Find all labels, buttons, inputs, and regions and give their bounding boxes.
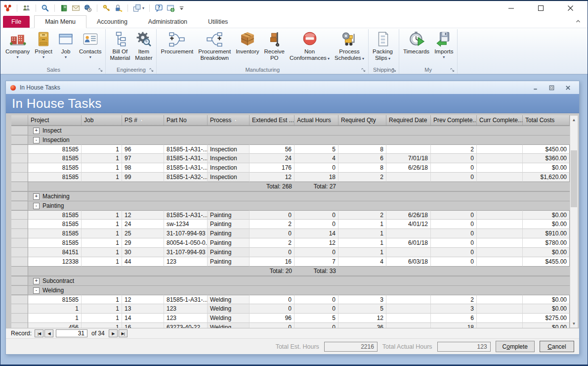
ribbon-item-bill-of-material[interactable]: Bill OfMaterial bbox=[107, 30, 132, 61]
column-header-total-costs[interactable]: Total Costs bbox=[523, 115, 570, 125]
tab-file[interactable]: File bbox=[3, 16, 30, 28]
table-row[interactable]: 8415113031-107-994-93Painting0010$0.00 bbox=[11, 248, 570, 257]
table-row[interactable]: 1113123Welding0053$0.00 bbox=[11, 304, 570, 314]
app-logo-icon[interactable] bbox=[3, 3, 12, 13]
cascade-windows-icon[interactable]: ▾ bbox=[133, 3, 144, 13]
table-row[interactable]: 8158512531-107-994-93Painting01410$910.0… bbox=[11, 229, 570, 238]
table-row[interactable]: 81585124sw-1234Painting2014/01/120$0.00 bbox=[11, 220, 570, 229]
ribbon-item-non-conformances[interactable]: NonConformances ▾ bbox=[287, 30, 332, 62]
ribbon-item-imports[interactable]: Imports▾ bbox=[432, 30, 456, 59]
scroll-up-icon[interactable]: ▲ bbox=[570, 116, 578, 124]
ribbon-item-job[interactable]: Job▾ bbox=[55, 30, 77, 59]
ribbon-item-procurement-breakdown[interactable]: ProcurementBreakdown bbox=[196, 30, 233, 61]
row-indicator bbox=[11, 136, 28, 144]
first-record-button[interactable]: |◀ bbox=[35, 329, 43, 337]
cell-part-no: sw-1234 bbox=[164, 220, 208, 229]
cell-extended-est: 0 bbox=[250, 295, 294, 304]
engineering-dialog-launcher[interactable] bbox=[149, 68, 154, 73]
collapse-ribbon-icon[interactable] bbox=[574, 17, 583, 25]
minimize-button[interactable] bbox=[504, 3, 517, 13]
ribbon-item-item-master[interactable]: ItemMaster bbox=[132, 30, 155, 61]
table-row[interactable]: 8158512980054-1-050-0...Painting21216/01… bbox=[11, 238, 570, 248]
tab-accounting[interactable]: Accounting bbox=[86, 16, 138, 28]
table-row[interactable]: 8158519881585-1-A31-...Inspection176086/… bbox=[11, 163, 570, 173]
tab-administration[interactable]: Administration bbox=[138, 16, 198, 28]
tab-main-menu[interactable]: Main Menu bbox=[34, 15, 86, 28]
expand-group-icon[interactable]: + bbox=[33, 278, 40, 284]
expand-group-icon[interactable]: + bbox=[33, 128, 40, 134]
sales-dialog-launcher[interactable] bbox=[98, 68, 103, 73]
ribbon-item-project[interactable]: Project▾ bbox=[32, 30, 55, 59]
ribbon-item-contacts[interactable]: Contacts▾ bbox=[77, 30, 104, 59]
column-header-job[interactable]: Job bbox=[82, 115, 122, 125]
ribbon-item-inventory[interactable]: Inventory bbox=[233, 30, 261, 55]
restore-button[interactable] bbox=[547, 84, 556, 91]
feedback-icon[interactable] bbox=[167, 3, 175, 13]
previous-record-button[interactable]: ◀ bbox=[44, 329, 53, 337]
company-icon bbox=[9, 31, 26, 47]
ribbon-item-timecards[interactable]: Timecards bbox=[401, 30, 432, 55]
table-row[interactable]: 45611663273-40-22Welding003618$0.00 bbox=[11, 323, 570, 328]
column-header-ps[interactable]: PS #▲ bbox=[122, 115, 164, 125]
column-header-required-qty[interactable]: Required Qty bbox=[338, 115, 386, 125]
maximize-button[interactable] bbox=[534, 3, 547, 13]
table-row[interactable]: 8158519781585-1-A31-...Inspection24467/0… bbox=[11, 154, 570, 163]
minimize-button[interactable] bbox=[531, 84, 540, 91]
record-number-input[interactable] bbox=[56, 329, 87, 337]
security-lock-icon[interactable] bbox=[114, 3, 123, 13]
cancel-button[interactable]: Cancel bbox=[540, 341, 574, 352]
column-header-curr-complete[interactable]: Curr Complete... bbox=[477, 115, 523, 125]
ribbon-item-process-schedules[interactable]: ProcessSchedules ▾ bbox=[332, 30, 367, 62]
scrollbar-thumb[interactable] bbox=[571, 150, 577, 207]
mail-icon[interactable] bbox=[72, 3, 80, 13]
table-row[interactable]: 8158519981585-1-A32-...Inspection121820$… bbox=[11, 173, 570, 182]
help-icon[interactable]: ? bbox=[155, 3, 163, 13]
totals-cell-part-no bbox=[164, 182, 208, 191]
key-icon[interactable] bbox=[102, 3, 111, 13]
complete-button[interactable]: Complete bbox=[496, 341, 535, 352]
ribbon-item-company[interactable]: Company▾ bbox=[3, 30, 32, 59]
table-row[interactable]: 8158519681585-1-A31-...Inspection56582$4… bbox=[11, 144, 570, 154]
group-label: Inspection bbox=[42, 137, 70, 143]
ribbon-item-packing-slips[interactable]: PackingSlips ▾ bbox=[370, 30, 395, 62]
tab-utilities[interactable]: Utilities bbox=[198, 16, 238, 28]
column-header-process[interactable]: Process▲ bbox=[208, 115, 250, 125]
collapse-group-icon[interactable]: - bbox=[33, 287, 40, 294]
column-header-prev-complete[interactable]: Prev Complete... bbox=[431, 115, 477, 125]
table-row[interactable]: 8158511281585-1-A31-...Painting0026/26/1… bbox=[11, 210, 570, 220]
column-header-part-no[interactable]: Part No bbox=[164, 115, 208, 125]
cell-total-costs: $450.00 bbox=[523, 144, 570, 154]
cell-part-no: 81585-1-A31-... bbox=[164, 295, 208, 304]
column-header-project[interactable]: Project bbox=[28, 115, 82, 125]
column-header-required-date[interactable]: Required Date bbox=[386, 115, 431, 125]
column-header-actual-hours[interactable]: Actual Hours bbox=[294, 115, 338, 125]
collapse-group-icon[interactable]: - bbox=[33, 137, 40, 143]
close-button[interactable] bbox=[563, 84, 572, 91]
expand-group-icon[interactable]: + bbox=[33, 193, 40, 200]
ribbon-item-procurement[interactable]: Procurement bbox=[158, 30, 196, 55]
community-icon[interactable] bbox=[22, 3, 31, 13]
my-dialog-launcher[interactable] bbox=[450, 68, 455, 73]
table-row[interactable]: 8158511281585-1-A31-...Welding0032$0.00 bbox=[11, 295, 570, 304]
cell-process: Welding bbox=[208, 314, 250, 323]
customize-quick-access-icon[interactable] bbox=[178, 3, 185, 13]
collapse-group-icon[interactable]: - bbox=[33, 203, 40, 209]
next-record-button[interactable]: ▶ bbox=[109, 329, 118, 337]
scroll-down-icon[interactable]: ▼ bbox=[570, 320, 578, 327]
journal-icon[interactable] bbox=[60, 3, 68, 13]
last-record-button[interactable]: ▶| bbox=[119, 329, 127, 337]
vertical-scrollbar[interactable]: ▲ ▼ bbox=[570, 115, 578, 328]
column-header-extended-est[interactable]: Extended Est ... bbox=[250, 115, 294, 125]
cell-job: 1 bbox=[82, 238, 122, 248]
cell-process: Painting bbox=[208, 220, 250, 229]
table-row[interactable]: 1114123Welding965126$275.00 bbox=[11, 314, 570, 323]
ribbon-item-receive-po[interactable]: ReceivePO bbox=[261, 30, 287, 61]
shipping-dialog-launcher[interactable] bbox=[392, 68, 397, 73]
search-icon[interactable] bbox=[41, 3, 49, 13]
table-row[interactable]: 12338144123Painting16746/03/180$455.00 bbox=[11, 257, 570, 267]
close-button[interactable] bbox=[564, 3, 577, 13]
world-clock-icon[interactable] bbox=[84, 3, 92, 13]
cell-process: Welding bbox=[208, 304, 250, 314]
cell-required-qty: 1 bbox=[338, 229, 386, 238]
manufacturing-dialog-launcher[interactable] bbox=[361, 68, 366, 73]
